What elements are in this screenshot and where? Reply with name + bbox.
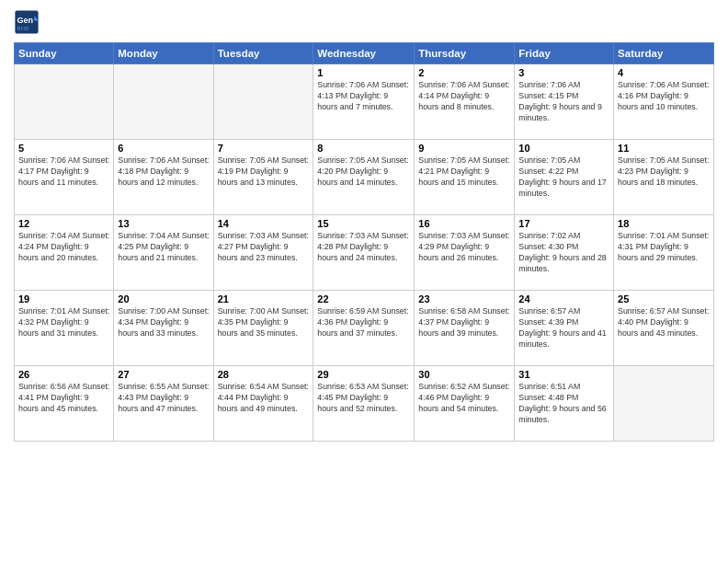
day-info: Sunrise: 6:57 AM Sunset: 4:39 PM Dayligh… — [518, 306, 609, 350]
day-cell: 12Sunrise: 7:04 AM Sunset: 4:24 PM Dayli… — [15, 215, 114, 291]
day-info: Sunrise: 7:06 AM Sunset: 4:15 PM Dayligh… — [518, 80, 609, 124]
day-number: 11 — [618, 143, 710, 154]
day-info: Sunrise: 7:05 AM Sunset: 4:22 PM Dayligh… — [518, 155, 609, 200]
day-cell — [15, 64, 114, 140]
day-number: 21 — [218, 293, 310, 304]
day-cell: 6Sunrise: 7:06 AM Sunset: 4:18 PM Daylig… — [114, 140, 213, 215]
week-row-4: 26Sunrise: 6:56 AM Sunset: 4:41 PM Dayli… — [15, 366, 714, 442]
day-cell: 16Sunrise: 7:03 AM Sunset: 4:29 PM Dayli… — [415, 215, 515, 291]
day-info: Sunrise: 7:04 AM Sunset: 4:25 PM Dayligh… — [118, 231, 209, 264]
day-number: 14 — [218, 218, 310, 229]
day-info: Sunrise: 7:06 AM Sunset: 4:18 PM Dayligh… — [118, 155, 209, 189]
day-cell: 27Sunrise: 6:55 AM Sunset: 4:43 PM Dayli… — [114, 366, 213, 442]
day-number: 25 — [618, 293, 710, 304]
day-info: Sunrise: 7:03 AM Sunset: 4:28 PM Dayligh… — [317, 231, 410, 264]
day-info: Sunrise: 7:04 AM Sunset: 4:24 PM Dayligh… — [18, 231, 109, 264]
day-number: 5 — [18, 143, 109, 154]
weekday-header-wednesday: Wednesday — [313, 43, 415, 64]
day-number: 9 — [418, 143, 510, 154]
day-cell: 21Sunrise: 7:00 AM Sunset: 4:35 PM Dayli… — [213, 291, 313, 366]
day-cell: 11Sunrise: 7:05 AM Sunset: 4:23 PM Dayli… — [614, 140, 714, 215]
day-cell: 5Sunrise: 7:06 AM Sunset: 4:17 PM Daylig… — [15, 140, 114, 215]
day-cell: 28Sunrise: 6:54 AM Sunset: 4:44 PM Dayli… — [213, 366, 313, 442]
calendar: SundayMondayTuesdayWednesdayThursdayFrid… — [14, 42, 714, 442]
day-info: Sunrise: 7:06 AM Sunset: 4:17 PM Dayligh… — [18, 155, 109, 189]
day-info: Sunrise: 6:57 AM Sunset: 4:40 PM Dayligh… — [618, 306, 710, 339]
day-cell: 15Sunrise: 7:03 AM Sunset: 4:28 PM Dayli… — [313, 215, 415, 291]
day-info: Sunrise: 6:53 AM Sunset: 4:45 PM Dayligh… — [317, 382, 410, 415]
day-number: 2 — [418, 67, 510, 78]
day-info: Sunrise: 6:58 AM Sunset: 4:37 PM Dayligh… — [418, 306, 510, 339]
day-info: Sunrise: 6:51 AM Sunset: 4:48 PM Dayligh… — [518, 382, 609, 426]
day-info: Sunrise: 7:06 AM Sunset: 4:16 PM Dayligh… — [618, 80, 710, 113]
day-info: Sunrise: 7:00 AM Sunset: 4:35 PM Dayligh… — [218, 306, 310, 339]
day-cell: 3Sunrise: 7:06 AM Sunset: 4:15 PM Daylig… — [515, 64, 614, 140]
day-number: 22 — [317, 293, 410, 304]
day-number: 3 — [518, 67, 609, 78]
day-number: 23 — [418, 293, 510, 304]
day-info: Sunrise: 7:05 AM Sunset: 4:19 PM Dayligh… — [218, 155, 310, 189]
day-number: 30 — [418, 369, 510, 380]
day-info: Sunrise: 7:05 AM Sunset: 4:20 PM Dayligh… — [317, 155, 410, 189]
week-row-0: 1Sunrise: 7:06 AM Sunset: 4:13 PM Daylig… — [15, 64, 714, 140]
day-number: 10 — [518, 143, 609, 154]
day-cell: 17Sunrise: 7:02 AM Sunset: 4:30 PM Dayli… — [515, 215, 614, 291]
day-number: 7 — [218, 143, 310, 154]
weekday-header-saturday: Saturday — [614, 43, 714, 64]
day-number: 29 — [317, 369, 410, 380]
day-cell: 8Sunrise: 7:05 AM Sunset: 4:20 PM Daylig… — [313, 140, 415, 215]
day-info: Sunrise: 6:52 AM Sunset: 4:46 PM Dayligh… — [418, 382, 510, 415]
day-cell: 29Sunrise: 6:53 AM Sunset: 4:45 PM Dayli… — [313, 366, 415, 442]
day-number: 13 — [118, 218, 209, 229]
day-cell: 26Sunrise: 6:56 AM Sunset: 4:41 PM Dayli… — [15, 366, 114, 442]
weekday-header-tuesday: Tuesday — [213, 43, 313, 64]
day-number: 4 — [618, 67, 710, 78]
day-number: 24 — [518, 293, 609, 304]
day-info: Sunrise: 7:03 AM Sunset: 4:29 PM Dayligh… — [418, 231, 510, 264]
logo: Gen eral — [14, 9, 41, 35]
day-number: 27 — [118, 369, 209, 380]
day-cell: 18Sunrise: 7:01 AM Sunset: 4:31 PM Dayli… — [614, 215, 714, 291]
day-number: 18 — [618, 218, 710, 229]
day-cell: 2Sunrise: 7:06 AM Sunset: 4:14 PM Daylig… — [415, 64, 515, 140]
day-cell: 24Sunrise: 6:57 AM Sunset: 4:39 PM Dayli… — [515, 291, 614, 366]
day-number: 12 — [18, 218, 109, 229]
day-cell: 19Sunrise: 7:01 AM Sunset: 4:32 PM Dayli… — [15, 291, 114, 366]
day-cell: 25Sunrise: 6:57 AM Sunset: 4:40 PM Dayli… — [614, 291, 714, 366]
day-info: Sunrise: 7:02 AM Sunset: 4:30 PM Dayligh… — [518, 231, 609, 275]
day-cell: 7Sunrise: 7:05 AM Sunset: 4:19 PM Daylig… — [213, 140, 313, 215]
day-number: 15 — [317, 218, 410, 229]
weekday-header-row: SundayMondayTuesdayWednesdayThursdayFrid… — [15, 43, 714, 64]
weekday-header-friday: Friday — [515, 43, 614, 64]
header: Gen eral — [14, 9, 714, 35]
day-cell: 23Sunrise: 6:58 AM Sunset: 4:37 PM Dayli… — [415, 291, 515, 366]
weekday-header-sunday: Sunday — [15, 43, 114, 64]
day-number: 31 — [518, 369, 609, 380]
day-cell: 14Sunrise: 7:03 AM Sunset: 4:27 PM Dayli… — [213, 215, 313, 291]
day-cell — [213, 64, 313, 140]
day-info: Sunrise: 6:55 AM Sunset: 4:43 PM Dayligh… — [118, 382, 209, 415]
day-number: 19 — [18, 293, 109, 304]
day-info: Sunrise: 7:03 AM Sunset: 4:27 PM Dayligh… — [218, 231, 310, 264]
day-cell — [114, 64, 213, 140]
weekday-header-monday: Monday — [114, 43, 213, 64]
day-number: 28 — [218, 369, 310, 380]
day-info: Sunrise: 7:06 AM Sunset: 4:13 PM Dayligh… — [317, 80, 410, 113]
week-row-3: 19Sunrise: 7:01 AM Sunset: 4:32 PM Dayli… — [15, 291, 714, 366]
day-info: Sunrise: 6:54 AM Sunset: 4:44 PM Dayligh… — [218, 382, 310, 415]
svg-text:eral: eral — [17, 24, 29, 32]
day-info: Sunrise: 7:06 AM Sunset: 4:14 PM Dayligh… — [418, 80, 510, 113]
day-info: Sunrise: 6:59 AM Sunset: 4:36 PM Dayligh… — [317, 306, 410, 339]
page: Gen eral SundayMondayTuesdayWednesdayThu… — [0, 0, 728, 563]
day-info: Sunrise: 7:00 AM Sunset: 4:34 PM Dayligh… — [118, 306, 209, 339]
week-row-2: 12Sunrise: 7:04 AM Sunset: 4:24 PM Dayli… — [15, 215, 714, 291]
day-cell: 13Sunrise: 7:04 AM Sunset: 4:25 PM Dayli… — [114, 215, 213, 291]
day-info: Sunrise: 6:56 AM Sunset: 4:41 PM Dayligh… — [18, 382, 109, 415]
day-number: 16 — [418, 218, 510, 229]
day-number: 6 — [118, 143, 209, 154]
day-cell: 31Sunrise: 6:51 AM Sunset: 4:48 PM Dayli… — [515, 366, 614, 442]
day-number: 20 — [118, 293, 209, 304]
day-cell: 4Sunrise: 7:06 AM Sunset: 4:16 PM Daylig… — [614, 64, 714, 140]
day-cell: 20Sunrise: 7:00 AM Sunset: 4:34 PM Dayli… — [114, 291, 213, 366]
day-cell: 10Sunrise: 7:05 AM Sunset: 4:22 PM Dayli… — [515, 140, 614, 215]
